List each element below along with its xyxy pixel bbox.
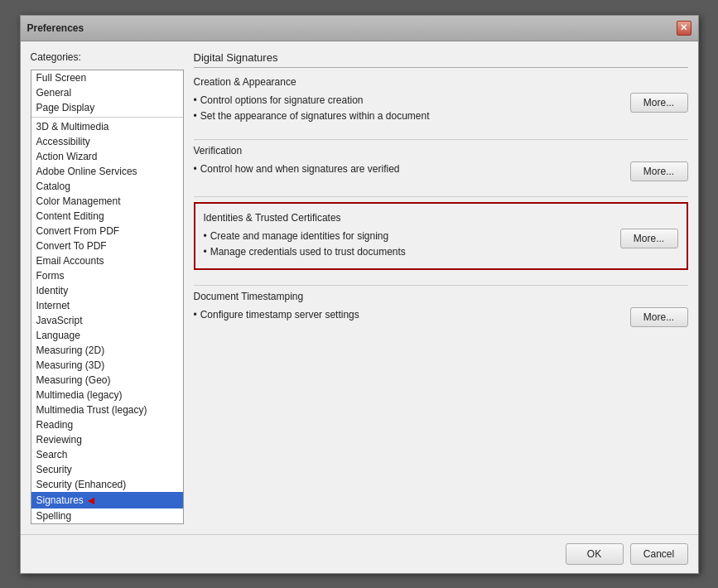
sidebar-item-reviewing[interactable]: Reviewing	[31, 432, 183, 447]
identities-content: • Create and manage identities for signi…	[204, 229, 678, 260]
creation-appearance-bullet2: • Set the appearance of signatures withi…	[194, 108, 617, 124]
identities-bullet1: • Create and manage identities for signi…	[204, 229, 607, 244]
bullet-icon: •	[194, 93, 197, 108]
sidebar-item-email-accounts[interactable]: Email Accounts	[31, 253, 183, 268]
bullet-icon: •	[194, 108, 197, 124]
sidebar-item-content-editing[interactable]: Content Editing	[31, 209, 183, 224]
creation-appearance-content: • Control options for signature creation…	[194, 93, 688, 124]
document-timestamping-more-button[interactable]: More...	[630, 307, 688, 327]
right-panel: Digital Signatures Creation & Appearance…	[194, 51, 688, 524]
ok-button[interactable]: OK	[566, 543, 624, 565]
sidebar-item-catalog[interactable]: Catalog	[31, 179, 183, 194]
dialog-body: Categories: Full Screen General Page Dis…	[21, 41, 698, 534]
sidebar-item-security-enhanced[interactable]: Security (Enhanced)	[31, 477, 183, 492]
sidebar-item-3d-multimedia[interactable]: 3D & Multimedia	[31, 119, 183, 134]
sidebar-item-signatures[interactable]: Signatures ◄	[31, 492, 183, 508]
bullet-icon: •	[194, 307, 197, 323]
bullet-icon: •	[194, 161, 197, 177]
sidebar-item-measuring-geo[interactable]: Measuring (Geo)	[31, 373, 183, 388]
cancel-button[interactable]: Cancel	[630, 543, 688, 565]
bullet-icon: •	[204, 244, 207, 260]
sidebar-item-forms[interactable]: Forms	[31, 268, 183, 283]
close-button[interactable]: ✕	[677, 21, 691, 36]
identities-more-button[interactable]: More...	[620, 229, 678, 248]
creation-appearance-subsection: Creation & Appearance • Control options …	[194, 76, 688, 124]
identities-text: • Create and manage identities for signi…	[204, 229, 607, 260]
sidebar-item-page-display[interactable]: Page Display	[31, 100, 183, 118]
dialog-title: Preferences	[27, 22, 84, 34]
sidebar-item-adobe-online-services[interactable]: Adobe Online Services	[31, 164, 183, 179]
sidebar-item-general[interactable]: General	[31, 85, 183, 100]
sidebar-item-full-screen[interactable]: Full Screen	[31, 70, 183, 85]
sidebar-item-multimedia-legacy[interactable]: Multimedia (legacy)	[31, 388, 183, 402]
categories-label: Categories:	[31, 51, 184, 63]
divider-1	[194, 139, 688, 140]
sidebar-item-search[interactable]: Search	[31, 447, 183, 462]
sidebar-item-multimedia-trust-legacy[interactable]: Multimedia Trust (legacy)	[31, 402, 183, 417]
sidebar-item-security[interactable]: Security	[31, 462, 183, 477]
verification-more-button[interactable]: More...	[630, 161, 688, 181]
sidebar-item-internet[interactable]: Internet	[31, 298, 183, 313]
identities-bullet2: • Manage credentials used to trust docum…	[204, 244, 607, 260]
section-title: Digital Signatures	[194, 51, 688, 68]
verification-subsection: Verification • Control how and when sign…	[194, 145, 688, 181]
verification-title: Verification	[194, 145, 688, 157]
preferences-dialog: Preferences ✕ Categories: Full Screen Ge…	[20, 15, 699, 574]
sidebar-item-accessibility[interactable]: Accessibility	[31, 134, 183, 149]
divider-3	[194, 285, 688, 286]
creation-appearance-title: Creation & Appearance	[194, 76, 688, 88]
verification-content: • Control how and when signatures are ve…	[194, 161, 688, 181]
document-timestamping-text: • Configure timestamp server settings	[194, 307, 617, 323]
sidebar-item-action-wizard[interactable]: Action Wizard	[31, 149, 183, 164]
dialog-footer: OK Cancel	[21, 534, 698, 573]
selected-arrow-icon: ◄	[85, 494, 97, 507]
bullet-icon: •	[204, 229, 207, 244]
sidebar-item-javascript[interactable]: JavaScript	[31, 313, 183, 328]
creation-appearance-bullet1: • Control options for signature creation	[194, 93, 617, 108]
title-bar: Preferences ✕	[21, 16, 698, 41]
sidebar-item-convert-to-pdf[interactable]: Convert To PDF	[31, 239, 183, 253]
document-timestamping-bullet1: • Configure timestamp server settings	[194, 307, 617, 323]
sidebar-item-signatures-label: Signatures	[36, 494, 84, 506]
identities-section: Identities & Trusted Certificates • Crea…	[194, 202, 688, 270]
sidebar-item-convert-from-pdf[interactable]: Convert From PDF	[31, 224, 183, 239]
identities-title: Identities & Trusted Certificates	[204, 212, 678, 224]
sidebar-item-spelling[interactable]: Spelling	[31, 508, 183, 523]
document-timestamping-content: • Configure timestamp server settings Mo…	[194, 307, 688, 327]
sidebar-item-reading[interactable]: Reading	[31, 417, 183, 432]
verification-bullet1: • Control how and when signatures are ve…	[194, 161, 617, 177]
divider-2	[194, 196, 688, 197]
creation-appearance-text: • Control options for signature creation…	[194, 93, 617, 124]
sidebar-item-identity[interactable]: Identity	[31, 283, 183, 298]
sidebar-item-language[interactable]: Language	[31, 328, 183, 343]
categories-list-container: Full Screen General Page Display 3D & Mu…	[31, 70, 184, 524]
sidebar-item-color-management[interactable]: Color Management	[31, 194, 183, 209]
sidebar-item-measuring-2d[interactable]: Measuring (2D)	[31, 343, 183, 358]
document-timestamping-subsection: Document Timestamping • Configure timest…	[194, 291, 688, 327]
sidebar-item-measuring-3d[interactable]: Measuring (3D)	[31, 358, 183, 373]
left-panel: Categories: Full Screen General Page Dis…	[31, 51, 184, 524]
categories-list-scrollable[interactable]: Full Screen General Page Display 3D & Mu…	[31, 70, 183, 523]
document-timestamping-title: Document Timestamping	[194, 291, 688, 302]
verification-text: • Control how and when signatures are ve…	[194, 161, 617, 177]
creation-appearance-more-button[interactable]: More...	[630, 93, 688, 113]
